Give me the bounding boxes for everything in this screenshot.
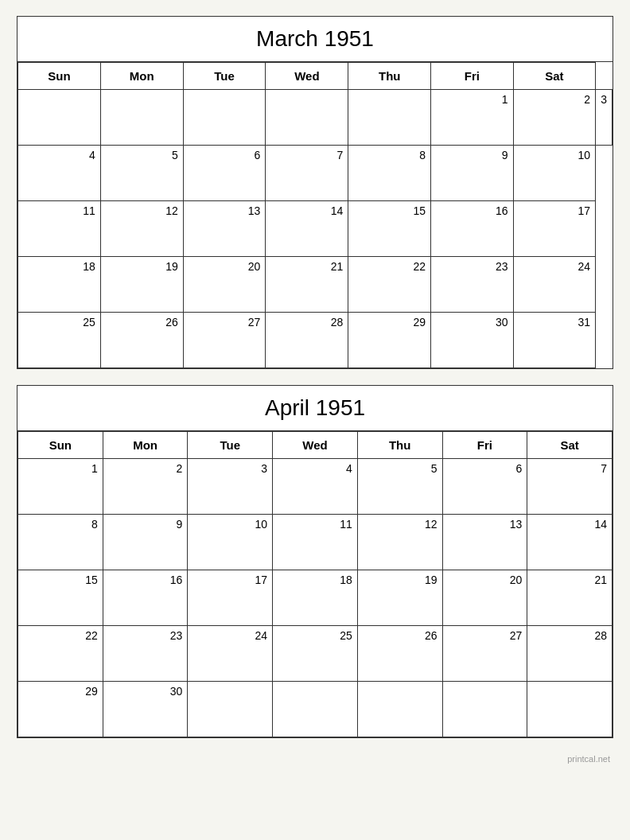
list-item: 3 [188, 459, 273, 515]
list-item: 8 [348, 146, 431, 201]
april-calendar: April 1951 Sun Mon Tue Wed Thu Fri Sat 1… [17, 385, 613, 738]
list-item: 2 [103, 459, 188, 515]
list-item: 21 [266, 257, 348, 313]
list-item: 11 [18, 201, 101, 257]
list-item: 7 [527, 459, 612, 515]
list-item: 23 [431, 257, 513, 313]
list-item [527, 682, 612, 737]
list-item: 16 [431, 201, 513, 257]
list-item: 25 [273, 626, 358, 682]
table-row: 15161718192021 [18, 570, 612, 626]
list-item: 26 [100, 313, 183, 368]
list-item: 29 [18, 682, 103, 737]
march-header-tue: Tue [183, 63, 266, 90]
list-item: 5 [357, 459, 442, 515]
list-item: 22 [18, 626, 103, 682]
table-row: 1234567 [18, 459, 612, 515]
list-item: 26 [357, 626, 442, 682]
list-item: 3 [596, 90, 612, 146]
table-row: 11121314151617 [18, 201, 612, 257]
list-item [357, 682, 442, 737]
list-item: 20 [442, 570, 527, 626]
list-item: 31 [513, 313, 596, 368]
list-item: 4 [273, 459, 358, 515]
table-row: 891011121314 [18, 515, 612, 570]
april-grid: Sun Mon Tue Wed Thu Fri Sat 123456789101… [18, 431, 612, 737]
list-item [18, 90, 101, 146]
table-row: 18192021222324 [18, 257, 612, 313]
list-item [188, 682, 273, 737]
list-item: 24 [513, 257, 596, 313]
list-item: 7 [266, 146, 348, 201]
list-item: 28 [266, 313, 348, 368]
list-item: 11 [273, 515, 358, 570]
march-grid: Sun Mon Tue Wed Thu Fri Sat 123456789101… [18, 62, 612, 368]
march-calendar: March 1951 Sun Mon Tue Wed Thu Fri Sat 1… [17, 16, 613, 369]
april-header-sun: Sun [18, 432, 103, 459]
table-row: 2930 [18, 682, 612, 737]
list-item: 29 [348, 313, 431, 368]
april-header-fri: Fri [442, 432, 527, 459]
list-item: 6 [183, 146, 266, 201]
list-item: 1 [18, 459, 103, 515]
list-item: 25 [18, 313, 101, 368]
table-row: 22232425262728 [18, 626, 612, 682]
march-body: 1234567891011121314151617181920212223242… [18, 90, 612, 368]
list-item: 23 [103, 626, 188, 682]
list-item: 28 [527, 626, 612, 682]
list-item: 10 [513, 146, 596, 201]
list-item [348, 90, 431, 146]
list-item: 20 [183, 257, 266, 313]
list-item: 14 [527, 515, 612, 570]
april-body: 1234567891011121314151617181920212223242… [18, 459, 612, 737]
april-header-thu: Thu [357, 432, 442, 459]
list-item [100, 90, 183, 146]
table-row: 123 [18, 90, 612, 146]
list-item [183, 90, 266, 146]
list-item: 15 [18, 570, 103, 626]
list-item: 19 [357, 570, 442, 626]
list-item: 12 [357, 515, 442, 570]
march-header-wed: Wed [266, 63, 348, 90]
table-row: 25262728293031 [18, 313, 612, 368]
april-header-mon: Mon [103, 432, 188, 459]
list-item: 13 [442, 515, 527, 570]
march-header-fri: Fri [431, 63, 513, 90]
list-item: 8 [18, 515, 103, 570]
march-header-thu: Thu [348, 63, 431, 90]
list-item: 27 [442, 626, 527, 682]
list-item: 14 [266, 201, 348, 257]
list-item: 6 [442, 459, 527, 515]
table-row: 45678910 [18, 146, 612, 201]
list-item: 10 [188, 515, 273, 570]
list-item [266, 90, 348, 146]
april-header-wed: Wed [273, 432, 358, 459]
list-item: 16 [103, 570, 188, 626]
april-header-tue: Tue [188, 432, 273, 459]
list-item: 18 [18, 257, 101, 313]
list-item: 1 [431, 90, 513, 146]
april-header-sat: Sat [527, 432, 612, 459]
list-item: 21 [527, 570, 612, 626]
list-item [442, 682, 527, 737]
list-item: 13 [183, 201, 266, 257]
list-item: 22 [348, 257, 431, 313]
list-item: 12 [100, 201, 183, 257]
list-item: 27 [183, 313, 266, 368]
march-header-sat: Sat [513, 63, 596, 90]
list-item: 24 [188, 626, 273, 682]
list-item: 5 [100, 146, 183, 201]
list-item [273, 682, 358, 737]
list-item: 15 [348, 201, 431, 257]
march-header-row: Sun Mon Tue Wed Thu Fri Sat [18, 63, 612, 90]
list-item: 17 [188, 570, 273, 626]
april-header-row: Sun Mon Tue Wed Thu Fri Sat [18, 432, 612, 459]
list-item: 9 [431, 146, 513, 201]
list-item: 9 [103, 515, 188, 570]
march-header-sun: Sun [18, 63, 101, 90]
list-item: 2 [513, 90, 596, 146]
list-item: 19 [100, 257, 183, 313]
march-header-mon: Mon [100, 63, 183, 90]
list-item: 30 [103, 682, 188, 737]
list-item: 17 [513, 201, 596, 257]
